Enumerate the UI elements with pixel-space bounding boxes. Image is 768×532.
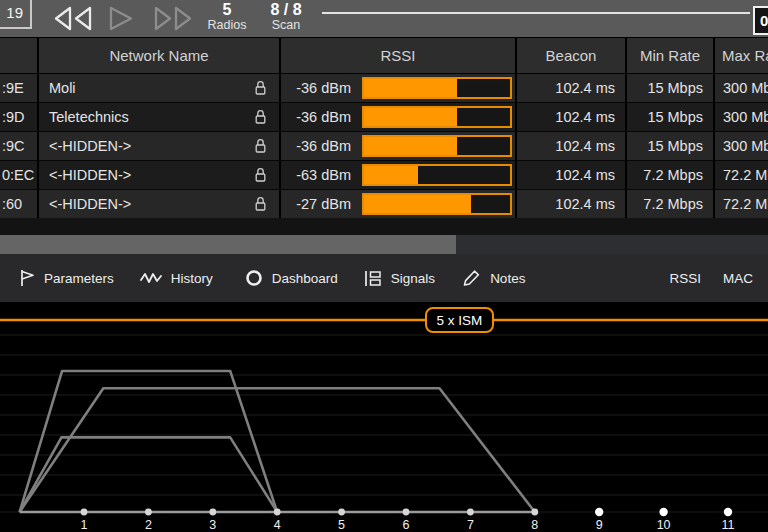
- tab-label: Notes: [490, 271, 525, 286]
- channel-label: 2: [145, 518, 152, 532]
- channel-dot: [209, 509, 216, 516]
- table-row[interactable]: :9C <-HIDDEN-> -36 dBm 102.4 ms 15 Mbps …: [0, 132, 768, 161]
- radios-value: 5: [199, 1, 255, 18]
- radios-label: Radios: [199, 18, 255, 33]
- channel-label: 1: [81, 518, 88, 532]
- beacon-cell: 102.4 ms: [517, 74, 625, 103]
- scrollbar-thumb[interactable]: [0, 235, 456, 254]
- network-name: <-HIDDEN->: [49, 167, 131, 183]
- tab-bar: Parameters History Dashboard Signals: [0, 254, 768, 302]
- spectrum-chart: 5 x ISM1234567891011: [0, 302, 768, 532]
- network-name-cell: <-HIDDEN->: [39, 132, 279, 161]
- channel-label: 8: [531, 518, 538, 532]
- max-rate-cell: 72.2 Mbps: [715, 161, 768, 190]
- lock-icon: [254, 80, 267, 96]
- beacon-cell: 102.4 ms: [517, 161, 625, 190]
- table-header-row: Network Name RSSI Beacon Min Rate Max Ra…: [0, 38, 768, 73]
- lock-icon: [254, 138, 267, 154]
- rssi-bar-fill: [364, 137, 457, 155]
- tab-label: History: [171, 271, 213, 286]
- network-name: Teletechnics: [49, 109, 129, 125]
- scan-value: 8 / 8: [258, 1, 314, 18]
- min-rate-cell: 15 Mbps: [627, 132, 713, 161]
- rssi-cell: -27 dBm: [281, 190, 515, 219]
- channel-dot: [145, 509, 152, 516]
- table-row[interactable]: :60 <-HIDDEN-> -27 dBm 102.4 ms 7.2 Mbps…: [0, 190, 768, 219]
- tab-label: Signals: [391, 271, 435, 286]
- rssi-bar: [362, 77, 512, 99]
- header-max-rate[interactable]: Max Rate: [715, 38, 768, 73]
- min-rate-cell: 15 Mbps: [627, 74, 713, 103]
- tab-label: Parameters: [44, 271, 114, 286]
- network-mask-wide: [20, 388, 535, 512]
- lock-icon: [254, 196, 267, 212]
- rewind-button[interactable]: [50, 5, 96, 32]
- play-button[interactable]: [104, 5, 138, 32]
- network-name-cell: Teletechnics: [39, 103, 279, 132]
- tab-notes[interactable]: Notes: [462, 269, 525, 287]
- header-beacon[interactable]: Beacon: [517, 38, 625, 73]
- rssi-value: -36 dBm: [287, 138, 351, 154]
- timeline-slider[interactable]: [322, 12, 750, 14]
- rssi-bar-fill: [364, 166, 418, 184]
- spectrum-chart-panel: 5 x ISM1234567891011: [0, 302, 768, 532]
- header-rssi[interactable]: RSSI: [281, 38, 515, 73]
- dashboard-icon: [245, 269, 263, 287]
- channel-dot: [467, 509, 474, 516]
- channel-label: 5: [338, 518, 345, 532]
- horizontal-scrollbar[interactable]: [0, 235, 768, 254]
- header-min-rate[interactable]: Min Rate: [627, 38, 713, 73]
- beacon-cell: 102.4 ms: [517, 190, 625, 219]
- table-row[interactable]: :9D Teletechnics -36 dBm 102.4 ms 15 Mbp…: [0, 103, 768, 132]
- network-name: Moli: [49, 80, 76, 96]
- channel-dot-bright: [659, 508, 667, 516]
- channel-dot: [81, 509, 88, 516]
- min-rate-cell: 15 Mbps: [627, 103, 713, 132]
- tab-dashboard[interactable]: Dashboard: [245, 269, 338, 287]
- rssi-cell: -36 dBm: [281, 74, 515, 103]
- rssi-bar-fill: [364, 79, 457, 97]
- fast-forward-button[interactable]: [150, 5, 196, 32]
- min-rate-cell: 7.2 Mbps: [627, 161, 713, 190]
- time-display: 01: [753, 6, 768, 35]
- rssi-bar: [362, 164, 512, 186]
- ism-badge-label: 5 x ISM: [437, 313, 483, 328]
- table-filler: [0, 218, 768, 235]
- mac-cell: :9D: [0, 103, 37, 132]
- beacon-cell: 102.4 ms: [517, 103, 625, 132]
- rssi-value: -36 dBm: [287, 80, 351, 96]
- rssi-bar: [362, 135, 512, 157]
- sort-by-rssi[interactable]: RSSI: [669, 271, 701, 286]
- history-icon: [140, 271, 162, 285]
- channel-dot: [338, 509, 345, 516]
- header-network-name[interactable]: Network Name: [39, 38, 279, 73]
- network-name-cell: <-HIDDEN->: [39, 190, 279, 219]
- header-mac[interactable]: [0, 38, 37, 73]
- rssi-cell: -36 dBm: [281, 132, 515, 161]
- table-row[interactable]: :9E Moli -36 dBm 102.4 ms 15 Mbps 300 Mb…: [0, 74, 768, 103]
- mac-cell: :9C: [0, 132, 37, 161]
- table-row[interactable]: 0:EC <-HIDDEN-> -63 dBm 102.4 ms 7.2 Mbp…: [0, 161, 768, 190]
- rssi-bar: [362, 106, 512, 128]
- counter-box: 19: [0, 0, 32, 29]
- max-rate-cell: 300 Mbps: [715, 74, 768, 103]
- sort-by-mac[interactable]: MAC: [723, 271, 753, 286]
- network-table: Network Name RSSI Beacon Min Rate Max Ra…: [0, 38, 768, 219]
- scan-label: Scan: [258, 18, 314, 33]
- rssi-value: -36 dBm: [287, 109, 351, 125]
- mac-cell: :9E: [0, 74, 37, 103]
- tab-history[interactable]: History: [140, 271, 213, 286]
- tab-signals[interactable]: Signals: [364, 270, 435, 287]
- tab-parameters[interactable]: Parameters: [20, 269, 114, 287]
- radios-indicator: 5 Radios: [199, 1, 255, 33]
- channel-label: 10: [657, 518, 671, 532]
- channel-label: 7: [467, 518, 474, 532]
- network-name: <-HIDDEN->: [49, 138, 131, 154]
- rssi-bar-fill: [364, 108, 457, 126]
- scan-indicator: 8 / 8 Scan: [258, 1, 314, 33]
- network-name-cell: Moli: [39, 74, 279, 103]
- max-rate-cell: 300 Mbps: [715, 132, 768, 161]
- tab-label: Dashboard: [272, 271, 338, 286]
- rssi-cell: -36 dBm: [281, 103, 515, 132]
- channel-dot: [531, 509, 538, 516]
